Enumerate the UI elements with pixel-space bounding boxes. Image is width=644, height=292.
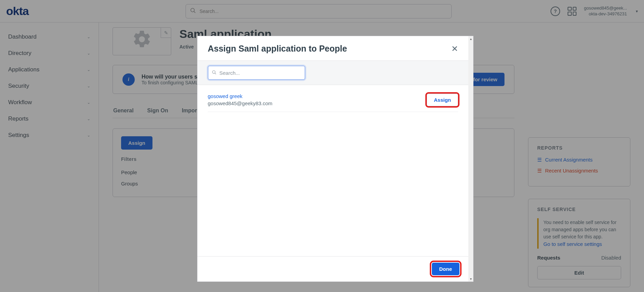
modal-search[interactable]: [208, 66, 305, 80]
people-list: gosowed greek gosowed845@geeky83.com Ass…: [197, 85, 468, 256]
modal-search-input[interactable]: [219, 70, 301, 76]
modal-scrollbar[interactable]: ▴ ▾: [468, 36, 473, 281]
person-name[interactable]: gosowed greek: [208, 93, 273, 99]
close-icon[interactable]: ✕: [451, 45, 458, 53]
done-button[interactable]: Done: [432, 263, 460, 275]
modal-title: Assign Saml application to People: [208, 44, 347, 54]
person-email: gosowed845@geeky83.com: [208, 100, 273, 106]
scroll-down-arrow-icon: ▾: [470, 277, 472, 281]
assign-to-people-modal: Assign Saml application to People ✕ goso…: [197, 36, 473, 282]
svg-line-3: [215, 73, 216, 74]
assign-person-button[interactable]: Assign: [427, 94, 458, 106]
scroll-up-arrow-icon: ▴: [470, 37, 472, 41]
svg-point-2: [213, 70, 215, 73]
search-icon: [212, 70, 217, 76]
person-row: gosowed greek gosowed845@geeky83.com Ass…: [208, 91, 458, 112]
